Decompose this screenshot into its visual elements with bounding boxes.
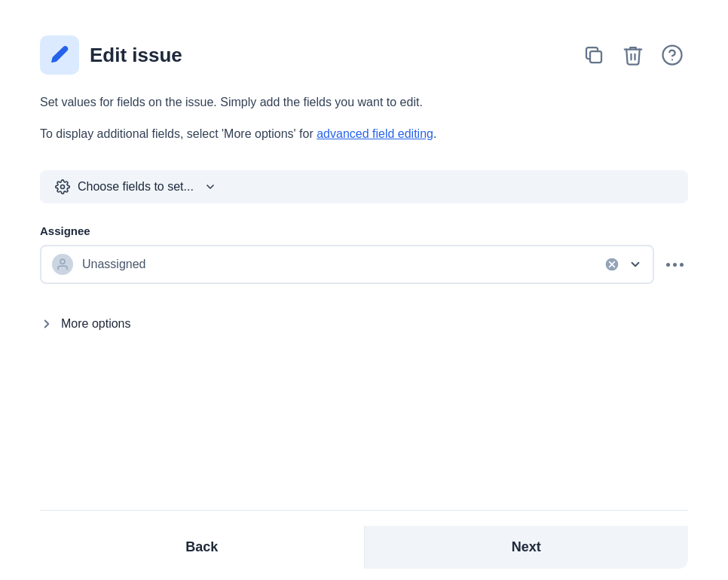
advanced-field-editing-link[interactable]: advanced field editing [317,127,433,140]
modal-footer: Back Next [40,511,688,569]
svg-rect-0 [590,51,601,63]
copy-button[interactable] [578,39,610,71]
footer-left: Back [40,526,364,569]
header-left: Edit issue [40,35,182,75]
choose-fields-button[interactable]: Choose fields to set... [40,170,688,203]
assignee-clear-button[interactable] [604,257,619,272]
clear-icon [604,257,619,272]
assignee-select[interactable]: Unassigned [40,245,654,284]
delete-button[interactable] [617,39,649,71]
help-icon [661,44,684,66]
edit-icon-box [40,35,79,75]
user-icon [56,258,69,271]
svg-point-4 [60,259,65,264]
help-button[interactable] [656,39,688,71]
description-block: Set values for fields on the issue. Simp… [40,93,688,155]
chevron-right-icon [40,317,54,331]
chevron-down-icon [204,181,216,193]
dots-icon [666,263,684,267]
description-line1: Set values for fields on the issue. Simp… [40,93,688,112]
description-line2-suffix: . [433,127,436,140]
description-line2: To display additional fields, select 'Mo… [40,124,688,144]
chevron-down-small-icon [629,258,642,271]
assignee-value: Unassigned [82,258,595,271]
svg-point-1 [663,46,682,65]
header-actions [578,39,688,71]
gear-icon [55,179,70,194]
more-options-row[interactable]: More options [40,317,688,331]
next-button[interactable]: Next [365,526,689,569]
assignee-more-button[interactable] [662,258,688,271]
assignee-avatar [52,254,73,275]
footer-right: Next [365,526,689,569]
choose-fields-label: Choose fields to set... [78,180,194,194]
copy-icon [583,44,605,66]
assignee-field-row: Unassigned [40,245,688,284]
modal-title: Edit issue [90,44,182,67]
svg-point-3 [61,185,65,189]
modal-header: Edit issue [40,35,688,75]
more-options-label: More options [61,317,131,331]
trash-icon [622,44,644,66]
back-button[interactable]: Back [40,526,364,569]
description-line2-prefix: To display additional fields, select 'Mo… [40,127,317,140]
assignee-label: Assignee [40,224,688,237]
assignee-section: Assignee Unassigned [40,224,688,284]
edit-pencil-icon [49,44,70,66]
edit-issue-modal: Edit issue [10,11,718,569]
assignee-dropdown-icon [629,258,642,271]
